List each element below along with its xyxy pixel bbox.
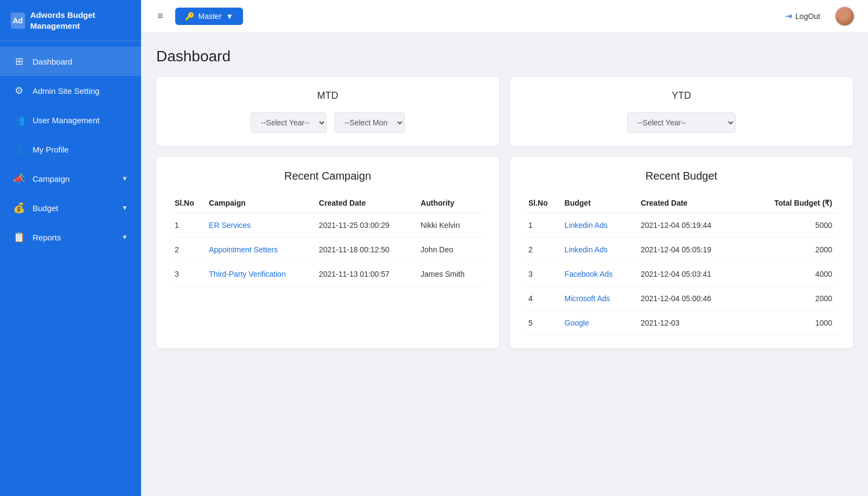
budget-created-date: 2021-12-04 05:03:41: [637, 262, 745, 287]
recent-budget-table: Sl.No Budget Created Date Total Budget (…: [525, 193, 838, 335]
campaign-sl: 1: [171, 213, 206, 238]
table-row: 1 ER Services 2021-11-25 03:00:29 Nikki …: [171, 213, 484, 238]
sidebar-item-label: Admin Site Setting: [33, 86, 128, 96]
sidebar-item-label: Campaign: [33, 174, 114, 183]
table-row: 3 Third-Party Verification 2021-11-13 01…: [171, 262, 484, 287]
campaign-icon: 📣: [13, 173, 25, 185]
mtd-month-select[interactable]: --Select Mon January February March Apri…: [334, 112, 405, 133]
budget-sl: 5: [525, 311, 561, 335]
budget-col-created-date: Created Date: [637, 193, 745, 213]
hamburger-icon: ≡: [157, 10, 163, 21]
dashboard-icon: ⊞: [13, 55, 25, 67]
chevron-down-icon: ▼: [226, 12, 233, 21]
content-area: Dashboard MTD --Select Year-- 2021 2020 …: [141, 33, 868, 496]
budget-table-header-row: Sl.No Budget Created Date Total Budget (…: [525, 193, 838, 213]
app-logo-icon: Ad: [11, 12, 25, 29]
mtd-year-select[interactable]: --Select Year-- 2021 2020 2019: [251, 112, 327, 133]
table-row: 5 Google 2021-12-03 1000: [525, 311, 838, 335]
page-title: Dashboard: [156, 48, 853, 65]
sidebar-item-label: Budget: [33, 204, 114, 213]
campaign-name-link[interactable]: Appointment Setters: [206, 238, 316, 262]
campaign-table-header-row: Sl.No Campaign Created Date Authority: [171, 193, 484, 213]
sidebar-item-admin-site-setting[interactable]: ⚙ Admin Site Setting: [0, 76, 141, 105]
recent-campaign-table: Sl.No Campaign Created Date Authority 1 …: [171, 193, 484, 287]
campaign-sl: 3: [171, 262, 206, 287]
budget-name-link[interactable]: Microsoft Ads: [561, 287, 637, 311]
sidebar: Ad Adwords Budget Management ⊞ Dashboard…: [0, 0, 141, 496]
budget-created-date: 2021-12-03: [637, 311, 745, 335]
campaign-col-campaign: Campaign: [206, 193, 316, 213]
ytd-title: YTD: [525, 90, 838, 101]
sidebar-nav: ⊞ Dashboard ⚙ Admin Site Setting 👥 User …: [0, 41, 141, 257]
budget-name-link[interactable]: Facebook Ads: [561, 262, 637, 287]
campaign-created-date: 2021-11-18 00:12:50: [316, 238, 417, 262]
master-button[interactable]: 🔑 Master ▼: [175, 8, 244, 25]
campaign-authority: James Smith: [417, 262, 484, 287]
budget-name-link[interactable]: Linkedin Ads: [561, 238, 637, 262]
logout-icon: ⇥: [785, 11, 792, 21]
campaign-sl: 2: [171, 238, 206, 262]
key-icon: 🔑: [185, 12, 194, 21]
budget-name-link[interactable]: Linkedin Ads: [561, 213, 637, 238]
budget-created-date: 2021-12-04 05:00:46: [637, 287, 745, 311]
avatar-image: [835, 7, 854, 26]
campaign-name-link[interactable]: ER Services: [206, 213, 316, 238]
table-row: 2 Appointment Setters 2021-11-18 00:12:5…: [171, 238, 484, 262]
budget-col-slno: Sl.No: [525, 193, 561, 213]
campaign-col-created-date: Created Date: [316, 193, 417, 213]
profile-icon: 👤: [13, 143, 25, 155]
sidebar-item-my-profile[interactable]: 👤 My Profile: [0, 135, 141, 164]
sidebar-item-campaign[interactable]: 📣 Campaign ▼: [0, 164, 141, 193]
sidebar-logo: Ad Adwords Budget Management: [0, 0, 141, 41]
campaign-authority: Nikki Kelvin: [417, 213, 484, 238]
app-title: Adwords Budget Management: [30, 10, 130, 31]
campaign-created-date: 2021-11-25 03:00:29: [316, 213, 417, 238]
table-row: 1 Linkedin Ads 2021-12-04 05:19:44 5000: [525, 213, 838, 238]
main-content: ≡ 🔑 Master ▼ ⇥ LogOut Dashboard MTD --Se…: [141, 0, 868, 496]
reports-icon: 📋: [13, 231, 25, 243]
budget-total: 1000: [745, 311, 838, 335]
budget-sl: 1: [525, 213, 561, 238]
filter-cards-row: MTD --Select Year-- 2021 2020 2019 --Sel…: [156, 77, 853, 146]
budget-col-total: Total Budget (₹): [745, 193, 838, 213]
sidebar-item-label: My Profile: [33, 145, 128, 154]
ytd-filters: --Select Year-- 2021 2020 2019: [525, 112, 838, 133]
recent-budget-title: Recent Budget: [525, 170, 838, 182]
budget-total: 5000: [745, 213, 838, 238]
table-row: 4 Microsoft Ads 2021-12-04 05:00:46 2000: [525, 287, 838, 311]
table-row: 2 Linkedin Ads 2021-12-04 05:05:19 2000: [525, 238, 838, 262]
campaign-col-slno: Sl.No: [171, 193, 206, 213]
budget-created-date: 2021-12-04 05:05:19: [637, 238, 745, 262]
menu-toggle-button[interactable]: ≡: [154, 7, 167, 25]
budget-col-budget: Budget: [561, 193, 637, 213]
budget-created-date: 2021-12-04 05:19:44: [637, 213, 745, 238]
budget-sl: 2: [525, 238, 561, 262]
sidebar-item-label: User Management: [33, 116, 128, 125]
ytd-card: YTD --Select Year-- 2021 2020 2019: [510, 77, 853, 146]
recent-campaign-title: Recent Campaign: [171, 170, 484, 182]
chevron-down-icon: ▼: [122, 233, 128, 241]
avatar[interactable]: [834, 6, 855, 27]
logout-button[interactable]: ⇥ LogOut: [780, 8, 826, 24]
sidebar-item-reports[interactable]: 📋 Reports ▼: [0, 222, 141, 252]
mtd-filters: --Select Year-- 2021 2020 2019 --Select …: [171, 112, 484, 133]
users-icon: 👥: [13, 114, 25, 126]
header: ≡ 🔑 Master ▼ ⇥ LogOut: [141, 0, 868, 33]
recent-campaign-card: Recent Campaign Sl.No Campaign Created D…: [156, 157, 499, 348]
sidebar-item-label: Reports: [33, 233, 114, 242]
mtd-title: MTD: [171, 90, 484, 101]
campaign-name-link[interactable]: Third-Party Verification: [206, 262, 316, 287]
ytd-year-select[interactable]: --Select Year-- 2021 2020 2019: [627, 112, 736, 133]
sidebar-item-budget[interactable]: 💰 Budget ▼: [0, 193, 141, 222]
budget-sl: 4: [525, 287, 561, 311]
campaign-col-authority: Authority: [417, 193, 484, 213]
recent-budget-card: Recent Budget Sl.No Budget Created Date …: [510, 157, 853, 348]
sidebar-item-user-management[interactable]: 👥 User Management: [0, 105, 141, 135]
budget-icon: 💰: [13, 202, 25, 214]
settings-icon: ⚙: [13, 85, 25, 97]
budget-total: 4000: [745, 262, 838, 287]
sidebar-item-dashboard[interactable]: ⊞ Dashboard: [0, 47, 141, 76]
chevron-down-icon: ▼: [122, 204, 128, 212]
tables-row: Recent Campaign Sl.No Campaign Created D…: [156, 157, 853, 348]
budget-name-link[interactable]: Google: [561, 311, 637, 335]
